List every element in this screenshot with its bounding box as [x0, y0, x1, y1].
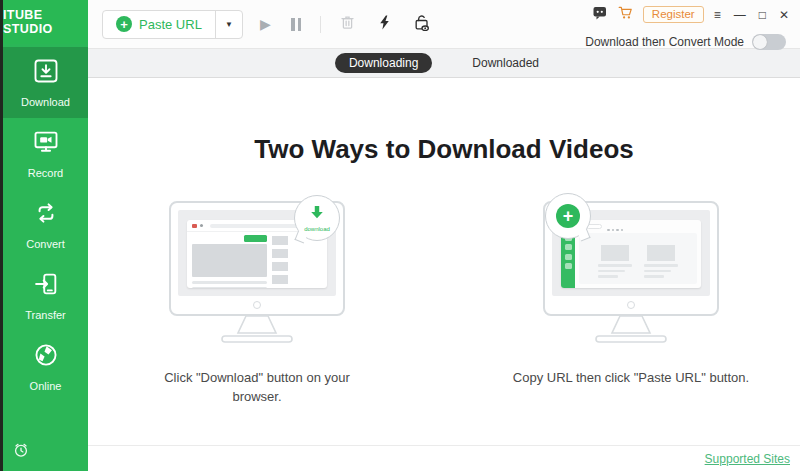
download-methods: download Click "Download" button on your…: [117, 201, 771, 407]
sidebar-item-transfer[interactable]: Transfer: [3, 260, 88, 331]
record-icon: [32, 128, 60, 160]
convert-mode-label: Download then Convert Mode: [585, 35, 744, 49]
paste-url-main[interactable]: + Paste URL: [103, 11, 215, 38]
convert-icon: [32, 199, 60, 231]
high-speed-mode-button[interactable]: [374, 11, 395, 37]
paste-url-label: Paste URL: [139, 17, 202, 32]
download-arrow-icon: [308, 205, 326, 225]
plus-icon: +: [556, 204, 580, 228]
monitor-power-dot: [627, 301, 635, 309]
app-window: iTube Studio Download: [0, 0, 800, 471]
monitor-stand: [576, 315, 686, 345]
caret-down-icon: ▼: [225, 20, 233, 29]
tab-downloaded[interactable]: Downloaded: [458, 53, 553, 73]
monitor-illustration-browser: download: [169, 201, 345, 345]
tab-downloading[interactable]: Downloading: [335, 53, 432, 73]
toggle-knob: [753, 35, 767, 49]
monitor-stand: [202, 315, 312, 345]
maximize-button[interactable]: □: [756, 8, 769, 22]
method-caption: Click "Download" button on your browser.: [155, 369, 360, 407]
method-paste-url: + Copy URL then click "Paste URL" button…: [491, 201, 771, 407]
mock-video-player: [192, 244, 267, 277]
right-pane: + Paste URL ▼ ▶: [88, 0, 800, 471]
start-download-button[interactable]: ▶: [258, 14, 273, 34]
sidebar-item-record[interactable]: Record: [3, 118, 88, 189]
lock-eye-icon: [412, 13, 432, 36]
online-icon: [32, 341, 60, 373]
callout-download-label: download: [304, 226, 330, 232]
pause-icon: [290, 18, 303, 31]
mock-download-button: [244, 235, 267, 242]
sidebar-item-online[interactable]: Online: [3, 331, 88, 402]
sidebar-item-download[interactable]: Download: [3, 47, 88, 118]
sidebar-item-label: Online: [30, 380, 62, 392]
sidebar-item-label: Convert: [26, 238, 65, 250]
tab-bar: Downloading Downloaded: [88, 48, 800, 78]
sidebar-item-convert[interactable]: Convert: [3, 189, 88, 260]
pause-download-button[interactable]: [288, 16, 305, 33]
paste-url-callout-bubble: +: [545, 193, 591, 239]
cart-icon: [618, 5, 634, 24]
supported-sites-link[interactable]: Supported Sites: [705, 452, 790, 466]
method-browser-download: download Click "Download" button on your…: [117, 201, 397, 407]
trash-icon: [338, 13, 357, 35]
topbar-right: Register ≡ — □ ✕ Download then Convert M…: [585, 0, 800, 48]
app-logo: iTube Studio: [3, 0, 88, 44]
sidebar-item-label: Transfer: [25, 309, 66, 321]
main-content: Two Ways to Download Videos: [88, 78, 800, 445]
mock-close-dot: [192, 224, 197, 228]
monitor-power-dot: [253, 301, 261, 309]
convert-mode-toggle[interactable]: [752, 34, 786, 50]
page-title: Two Ways to Download Videos: [254, 134, 633, 165]
plus-icon: +: [116, 16, 132, 32]
scheduler-clock-button[interactable]: [12, 441, 30, 463]
lightning-icon: [376, 13, 393, 35]
scheduler-clock-icon: [12, 445, 30, 462]
menu-button[interactable]: ≡: [711, 8, 724, 22]
monitor-illustration-app: +: [543, 201, 719, 345]
toolbar: + Paste URL ▼ ▶: [88, 0, 800, 48]
paste-url-button[interactable]: + Paste URL ▼: [102, 10, 243, 39]
mock-address-bar: [210, 224, 306, 228]
mock-dot: [200, 224, 203, 227]
toolbar-divider: [320, 16, 321, 33]
sidebar-nav: Download Record: [3, 47, 88, 402]
play-icon: ▶: [260, 16, 271, 32]
sidebar-item-label: Download: [21, 96, 70, 108]
store-cart-button[interactable]: [616, 3, 636, 26]
transfer-icon: [32, 270, 60, 302]
minimize-button[interactable]: —: [731, 8, 749, 22]
paste-url-dropdown[interactable]: ▼: [215, 11, 242, 38]
footer: Supported Sites: [88, 445, 800, 471]
method-caption: Copy URL then click "Paste URL" button.: [513, 369, 749, 388]
feedback-button[interactable]: [591, 4, 609, 25]
private-mode-button[interactable]: [410, 11, 434, 38]
sidebar: iTube Studio Download: [0, 0, 88, 471]
sidebar-item-label: Record: [28, 167, 63, 179]
register-button[interactable]: Register: [643, 6, 704, 23]
chat-bubble-icon: [593, 6, 607, 23]
delete-button[interactable]: [336, 11, 359, 37]
download-callout-bubble: download: [294, 195, 340, 241]
close-button[interactable]: ✕: [776, 8, 792, 22]
download-icon: [32, 57, 60, 89]
